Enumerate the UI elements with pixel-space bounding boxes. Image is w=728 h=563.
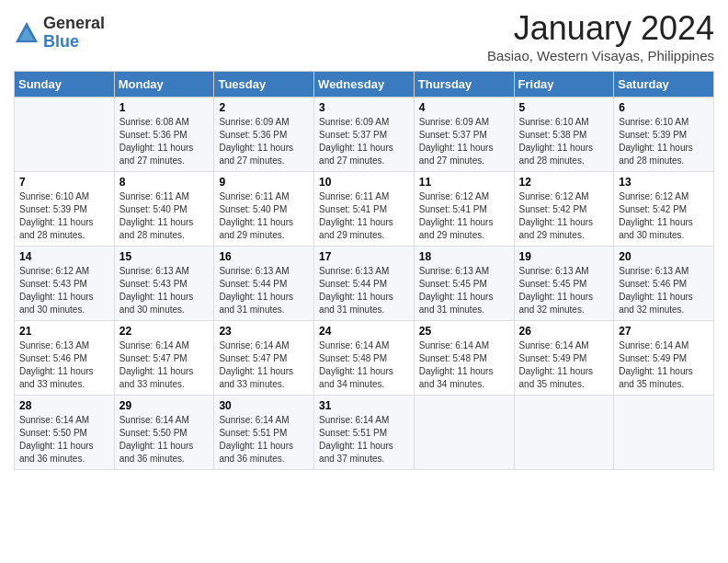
header-cell-thursday: Thursday: [414, 72, 514, 98]
calendar-cell: 12Sunrise: 6:12 AM Sunset: 5:42 PM Dayli…: [514, 172, 614, 247]
cell-info: Sunrise: 6:14 AM Sunset: 5:51 PM Dayligh…: [219, 414, 309, 465]
cell-info: Sunrise: 6:13 AM Sunset: 5:45 PM Dayligh…: [419, 265, 509, 316]
logo-blue-text: Blue: [43, 33, 105, 52]
day-number: 24: [319, 325, 409, 338]
day-number: 28: [19, 399, 109, 412]
day-number: 30: [219, 399, 309, 412]
day-number: 26: [519, 325, 609, 338]
day-number: 27: [619, 325, 709, 338]
logo-general-text: General: [43, 15, 105, 33]
cell-info: Sunrise: 6:09 AM Sunset: 5:37 PM Dayligh…: [419, 116, 509, 167]
day-number: 12: [519, 176, 609, 189]
day-number: 19: [519, 250, 609, 263]
cell-info: Sunrise: 6:14 AM Sunset: 5:48 PM Dayligh…: [319, 339, 409, 391]
header-cell-friday: Friday: [514, 72, 614, 98]
calendar-week-row: 7Sunrise: 6:10 AM Sunset: 5:39 PM Daylig…: [15, 172, 714, 247]
calendar-cell: 18Sunrise: 6:13 AM Sunset: 5:45 PM Dayli…: [414, 247, 514, 321]
cell-info: Sunrise: 6:14 AM Sunset: 5:49 PM Dayligh…: [619, 339, 709, 391]
header-cell-tuesday: Tuesday: [214, 72, 314, 98]
cell-info: Sunrise: 6:13 AM Sunset: 5:46 PM Dayligh…: [19, 339, 109, 391]
cell-info: Sunrise: 6:13 AM Sunset: 5:44 PM Dayligh…: [219, 265, 309, 316]
header-cell-sunday: Sunday: [15, 72, 115, 98]
cell-info: Sunrise: 6:09 AM Sunset: 5:36 PM Dayligh…: [219, 116, 309, 167]
calendar-cell: 30Sunrise: 6:14 AM Sunset: 5:51 PM Dayli…: [214, 396, 314, 470]
day-number: 15: [119, 250, 210, 263]
day-number: 3: [319, 101, 409, 114]
day-number: 14: [19, 250, 109, 263]
calendar-cell: 20Sunrise: 6:13 AM Sunset: 5:46 PM Dayli…: [614, 247, 714, 321]
calendar-cell: 31Sunrise: 6:14 AM Sunset: 5:51 PM Dayli…: [314, 396, 415, 470]
cell-info: Sunrise: 6:14 AM Sunset: 5:51 PM Dayligh…: [319, 414, 409, 465]
day-number: 5: [519, 101, 609, 114]
cell-info: Sunrise: 6:12 AM Sunset: 5:41 PM Dayligh…: [419, 190, 509, 242]
cell-info: Sunrise: 6:14 AM Sunset: 5:50 PM Dayligh…: [19, 414, 109, 465]
logo-icon: [14, 20, 40, 46]
calendar-cell: 4Sunrise: 6:09 AM Sunset: 5:37 PM Daylig…: [414, 98, 514, 172]
calendar-week-row: 28Sunrise: 6:14 AM Sunset: 5:50 PM Dayli…: [15, 396, 714, 470]
day-number: 29: [119, 399, 210, 412]
cell-info: Sunrise: 6:10 AM Sunset: 5:39 PM Dayligh…: [19, 190, 109, 242]
header-cell-saturday: Saturday: [614, 72, 714, 98]
cell-info: Sunrise: 6:13 AM Sunset: 5:44 PM Dayligh…: [319, 265, 409, 316]
calendar-cell: 17Sunrise: 6:13 AM Sunset: 5:44 PM Dayli…: [314, 247, 415, 321]
calendar-cell: [514, 396, 614, 470]
cell-info: Sunrise: 6:14 AM Sunset: 5:47 PM Dayligh…: [119, 339, 210, 391]
day-number: 18: [419, 250, 509, 263]
calendar-cell: 25Sunrise: 6:14 AM Sunset: 5:48 PM Dayli…: [414, 321, 514, 396]
calendar-cell: 3Sunrise: 6:09 AM Sunset: 5:37 PM Daylig…: [314, 98, 415, 172]
day-number: 31: [319, 399, 409, 412]
cell-info: Sunrise: 6:11 AM Sunset: 5:41 PM Dayligh…: [319, 190, 409, 242]
cell-info: Sunrise: 6:13 AM Sunset: 5:43 PM Dayligh…: [119, 265, 210, 316]
calendar-cell: 28Sunrise: 6:14 AM Sunset: 5:50 PM Dayli…: [15, 396, 115, 470]
calendar-cell: 11Sunrise: 6:12 AM Sunset: 5:41 PM Dayli…: [414, 172, 514, 247]
cell-info: Sunrise: 6:13 AM Sunset: 5:45 PM Dayligh…: [519, 265, 609, 316]
calendar-cell: 1Sunrise: 6:08 AM Sunset: 5:36 PM Daylig…: [114, 98, 214, 172]
cell-info: Sunrise: 6:10 AM Sunset: 5:39 PM Dayligh…: [619, 116, 709, 167]
calendar-week-row: 14Sunrise: 6:12 AM Sunset: 5:43 PM Dayli…: [15, 247, 714, 321]
cell-info: Sunrise: 6:09 AM Sunset: 5:37 PM Dayligh…: [319, 116, 409, 167]
logo: General Blue: [14, 15, 105, 52]
cell-info: Sunrise: 6:12 AM Sunset: 5:42 PM Dayligh…: [519, 190, 609, 242]
calendar-cell: 13Sunrise: 6:12 AM Sunset: 5:42 PM Dayli…: [614, 172, 714, 247]
calendar-cell: 10Sunrise: 6:11 AM Sunset: 5:41 PM Dayli…: [314, 172, 415, 247]
day-number: 23: [219, 325, 309, 338]
day-number: 1: [119, 101, 210, 114]
cell-info: Sunrise: 6:11 AM Sunset: 5:40 PM Dayligh…: [119, 190, 210, 242]
calendar-cell: 26Sunrise: 6:14 AM Sunset: 5:49 PM Dayli…: [514, 321, 614, 396]
calendar-cell: 24Sunrise: 6:14 AM Sunset: 5:48 PM Dayli…: [314, 321, 415, 396]
cell-info: Sunrise: 6:12 AM Sunset: 5:42 PM Dayligh…: [619, 190, 709, 242]
calendar-cell: [614, 396, 714, 470]
day-number: 16: [219, 250, 309, 263]
calendar-cell: 27Sunrise: 6:14 AM Sunset: 5:49 PM Dayli…: [614, 321, 714, 396]
day-number: 22: [119, 325, 210, 338]
day-number: 21: [19, 325, 109, 338]
calendar-cell: [414, 396, 514, 470]
title-area: January 2024 Basiao, Western Visayas, Ph…: [487, 9, 714, 63]
day-number: 9: [219, 176, 309, 189]
calendar-cell: 9Sunrise: 6:11 AM Sunset: 5:40 PM Daylig…: [214, 172, 314, 247]
calendar-cell: 8Sunrise: 6:11 AM Sunset: 5:40 PM Daylig…: [114, 172, 214, 247]
calendar-header-row: SundayMondayTuesdayWednesdayThursdayFrid…: [15, 72, 714, 98]
day-number: 8: [119, 176, 210, 189]
calendar-cell: 21Sunrise: 6:13 AM Sunset: 5:46 PM Dayli…: [15, 321, 115, 396]
location-subtitle: Basiao, Western Visayas, Philippines: [487, 48, 714, 63]
calendar-cell: [15, 98, 115, 172]
day-number: 20: [619, 250, 709, 263]
calendar-cell: 29Sunrise: 6:14 AM Sunset: 5:50 PM Dayli…: [114, 396, 214, 470]
month-title: January 2024: [487, 9, 714, 48]
calendar-cell: 5Sunrise: 6:10 AM Sunset: 5:38 PM Daylig…: [514, 98, 614, 172]
cell-info: Sunrise: 6:14 AM Sunset: 5:48 PM Dayligh…: [419, 339, 509, 391]
header-cell-wednesday: Wednesday: [314, 72, 415, 98]
day-number: 10: [319, 176, 409, 189]
calendar-cell: 19Sunrise: 6:13 AM Sunset: 5:45 PM Dayli…: [514, 247, 614, 321]
calendar-week-row: 1Sunrise: 6:08 AM Sunset: 5:36 PM Daylig…: [15, 98, 714, 172]
calendar-table: SundayMondayTuesdayWednesdayThursdayFrid…: [14, 71, 714, 470]
day-number: 17: [319, 250, 409, 263]
cell-info: Sunrise: 6:10 AM Sunset: 5:38 PM Dayligh…: [519, 116, 609, 167]
cell-info: Sunrise: 6:14 AM Sunset: 5:47 PM Dayligh…: [219, 339, 309, 391]
day-number: 4: [419, 101, 509, 114]
day-number: 13: [619, 176, 709, 189]
cell-info: Sunrise: 6:12 AM Sunset: 5:43 PM Dayligh…: [19, 265, 109, 316]
calendar-cell: 14Sunrise: 6:12 AM Sunset: 5:43 PM Dayli…: [15, 247, 115, 321]
cell-info: Sunrise: 6:08 AM Sunset: 5:36 PM Dayligh…: [119, 116, 210, 167]
